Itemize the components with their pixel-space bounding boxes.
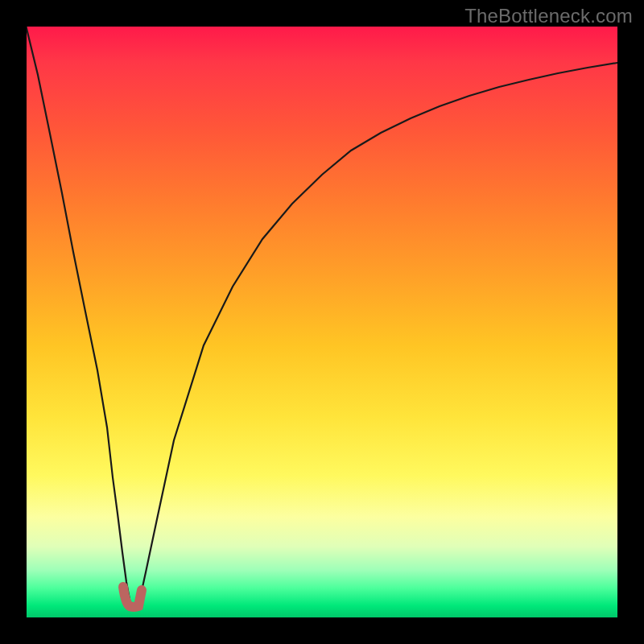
minimum-marker (123, 587, 142, 607)
bottleneck-curve (27, 27, 617, 609)
curve-layer (27, 27, 617, 617)
chart-frame: TheBottleneck.com (0, 0, 644, 644)
plot-area (27, 27, 617, 617)
watermark-text: TheBottleneck.com (464, 5, 633, 27)
